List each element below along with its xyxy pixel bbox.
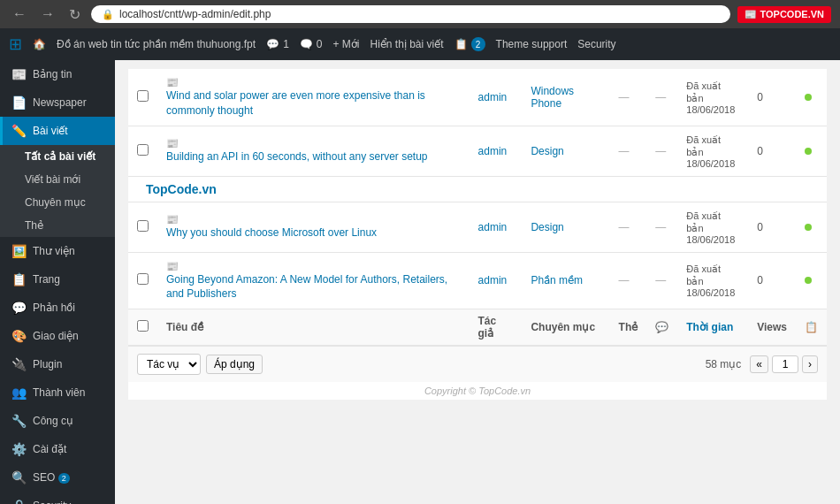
sidebar-item-bai-viet[interactable]: ✏️ Bài viết: [0, 117, 115, 145]
pagination: 58 mục « ›: [706, 355, 818, 373]
wp-layout: 📰 Bảng tin 📄 Newspaper ✏️ Bài viết Tất c…: [0, 60, 840, 504]
post-views: 0: [748, 69, 796, 126]
post-dot: [796, 202, 827, 252]
post-status-date: Đã xuất bản 18/06/2018: [677, 252, 748, 309]
post-comments: —: [646, 252, 677, 309]
sidebar-item-security[interactable]: 🔒 Security: [0, 492, 115, 504]
newspaper-icon: 📄: [11, 95, 26, 110]
admin-bar-new[interactable]: + Mới: [333, 38, 360, 50]
col-time-label[interactable]: Thời gian: [677, 309, 748, 346]
submenu-viet-bai-moi[interactable]: Viết bài mới: [0, 168, 115, 191]
admin-bar-site-name[interactable]: Đồ án web tin tức phần mềm thuhuong.fpt: [57, 38, 256, 50]
bulk-apply-button[interactable]: Áp dụng: [206, 355, 263, 374]
admin-bar-comments[interactable]: 💬 1: [266, 38, 289, 50]
post-dot: [796, 126, 827, 176]
wp-logo-icon: ⊞: [9, 34, 22, 54]
dashboard-icon: 📰: [11, 67, 26, 81]
post-views: 0: [748, 126, 796, 176]
post-views: 0: [748, 252, 796, 309]
row-checkbox-cell: [128, 252, 157, 309]
sidebar-item-phan-hoi[interactable]: 💬 Phản hồi: [0, 294, 115, 322]
post-comments: —: [646, 126, 677, 176]
admin-bar-security[interactable]: Security: [577, 38, 615, 50]
sidebar-item-cai-dat[interactable]: ⚙️ Cài đặt: [0, 435, 115, 463]
sidebar-item-trang[interactable]: 📋 Trang: [0, 265, 115, 294]
select-all-checkbox-bottom[interactable]: [137, 320, 149, 332]
seo-icon: 🔍: [11, 470, 26, 485]
category-link[interactable]: Phần mềm: [531, 274, 583, 286]
table-row: 📰 Going Beyond Amazon: A New Model for A…: [128, 252, 827, 309]
row-checkbox[interactable]: [137, 273, 149, 285]
post-title-link[interactable]: Building an API in 60 seconds, without a…: [166, 149, 461, 164]
post-dot: [796, 69, 827, 126]
post-title-link[interactable]: Going Beyond Amazon: A New Model for Aut…: [166, 272, 461, 302]
post-icon: 📰: [166, 77, 179, 88]
post-title-link[interactable]: Wind and solar power are even more expen…: [166, 88, 461, 118]
sidebar-item-cong-cu[interactable]: 🔧 Công cụ: [0, 407, 115, 435]
row-checkbox[interactable]: [137, 90, 149, 102]
post-author[interactable]: admin: [470, 126, 523, 176]
submenu-chuyen-muc[interactable]: Chuyên mục: [0, 191, 115, 214]
bulk-action-select[interactable]: Tác vụ Xóa: [137, 354, 201, 375]
users-icon: 👥: [11, 386, 26, 400]
wp-admin-bar: ⊞ 🏠 Đồ án web tin tức phần mềm thuhuong.…: [0, 28, 840, 60]
sidebar-item-thanh-vien[interactable]: 👥 Thành viên: [0, 378, 115, 407]
admin-bar-messages[interactable]: 🗨️ 0: [300, 38, 323, 50]
post-title-link[interactable]: Why you should choose Microsoft over Lin…: [166, 225, 461, 241]
category-link[interactable]: Design: [531, 221, 563, 233]
post-tag: —: [610, 202, 647, 252]
post-icon: 📰: [166, 261, 179, 271]
security-icon: 🔒: [11, 499, 26, 504]
pages-icon: 📋: [11, 272, 26, 286]
row-checkbox-cell: [128, 69, 157, 126]
col-icon1: 📋: [796, 309, 827, 346]
row-checkbox-cell: [128, 126, 157, 176]
col-views-label: Views: [748, 309, 796, 346]
admin-bar-theme-support[interactable]: Theme support: [496, 38, 568, 50]
sidebar-item-newspaper[interactable]: 📄 Newspaper: [0, 88, 115, 117]
topcode-logo: 📰 TOPCODE.VN: [737, 6, 831, 23]
post-category: Design: [522, 202, 609, 252]
table-footer-headers: Tiêu đề Tác giả Chuyên mục Thẻ 💬 Thời gi…: [128, 309, 827, 346]
row-checkbox-cell: [128, 202, 157, 252]
post-status-date: Đã xuất bản 18/06/2018: [677, 202, 748, 252]
table-row: 📰 Building an API in 60 seconds, without…: [128, 126, 827, 176]
admin-bar-view-posts[interactable]: Hiển thị bài viết: [370, 38, 444, 50]
post-title-cell: 📰 Why you should choose Microsoft over L…: [157, 202, 470, 252]
tools-icon: 🔧: [11, 414, 26, 428]
post-author[interactable]: admin: [470, 252, 523, 309]
sidebar-item-giao-dien[interactable]: 🎨 Giao diện: [0, 322, 115, 350]
page-count: 58 mục: [706, 358, 742, 370]
post-comments: —: [646, 69, 677, 126]
refresh-button[interactable]: ↻: [65, 4, 84, 25]
page-current-input[interactable]: [772, 355, 798, 373]
admin-bar-site-icon[interactable]: 🏠: [33, 38, 46, 50]
url-bar[interactable]: 🔒 localhost/cntt/wp-admin/edit.php: [91, 5, 730, 23]
sidebar-item-bang-tin[interactable]: 📰 Bảng tin: [0, 60, 115, 88]
media-icon: 🖼️: [11, 244, 26, 258]
post-tag: —: [610, 126, 647, 176]
page-next-button[interactable]: ›: [802, 355, 818, 373]
post-category: Design: [522, 126, 609, 176]
row-checkbox[interactable]: [137, 144, 149, 156]
forward-button[interactable]: →: [37, 4, 58, 24]
sidebar-item-plugin[interactable]: 🔌 Plugin: [0, 350, 115, 378]
sidebar-item-thu-vien[interactable]: 🖼️ Thư viện: [0, 237, 115, 265]
status-dot-icon: [805, 94, 812, 101]
post-tag: —: [610, 252, 647, 309]
lock-icon: 🔒: [102, 9, 114, 20]
post-author[interactable]: admin: [470, 202, 523, 252]
submenu-tat-ca-bai-viet[interactable]: Tất cả bài viết: [0, 145, 115, 168]
back-button[interactable]: ←: [9, 4, 30, 24]
comments-icon: 💬: [11, 301, 26, 315]
admin-bar-badge[interactable]: 📋 2: [454, 37, 485, 51]
col-tag-label: Thẻ: [610, 309, 647, 346]
category-link[interactable]: Design: [531, 145, 563, 157]
sidebar-item-seo[interactable]: 🔍 SEO 2: [0, 463, 115, 492]
page-first-button[interactable]: «: [750, 355, 768, 373]
post-author[interactable]: admin: [470, 69, 523, 126]
row-checkbox[interactable]: [137, 220, 149, 232]
submenu-the[interactable]: Thẻ: [0, 214, 115, 237]
browser-bar: ← → ↻ 🔒 localhost/cntt/wp-admin/edit.php…: [0, 0, 840, 28]
category-link[interactable]: Windows Phone: [531, 85, 574, 110]
